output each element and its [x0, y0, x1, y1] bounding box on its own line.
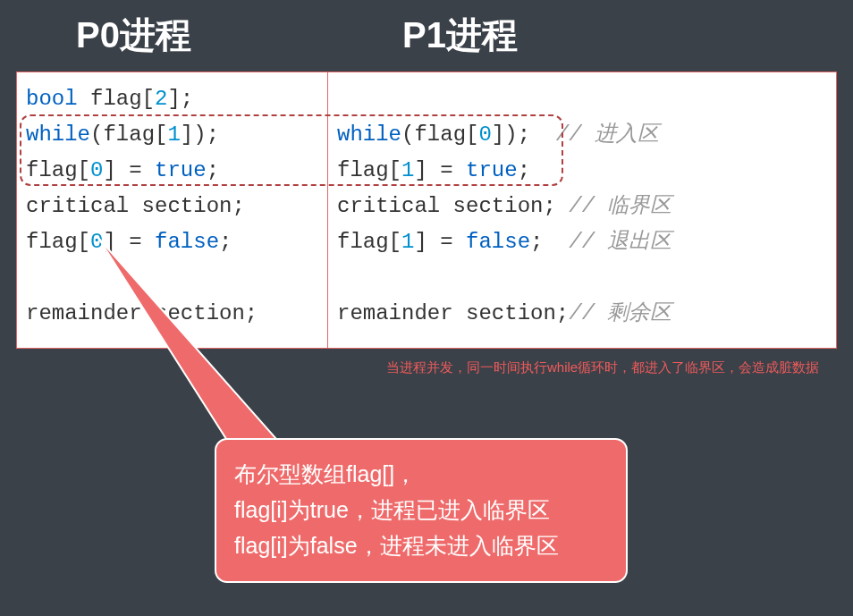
kw-while: while	[337, 122, 401, 147]
code-text: flag[	[337, 230, 401, 254]
code-text: ;	[207, 158, 219, 182]
code-text: ;	[219, 230, 232, 254]
kw-bool: bool	[26, 87, 78, 111]
code-text: critical section;	[337, 194, 556, 218]
kw-true: true	[466, 158, 518, 182]
code-text: ] =	[414, 158, 466, 182]
kw-false: false	[155, 230, 219, 254]
code-text: ]);	[492, 122, 530, 147]
code-text: (flag[	[401, 122, 478, 147]
code-text: ];	[167, 87, 193, 111]
kw-false: false	[466, 230, 530, 254]
warning-note: 当进程并发，同一时间执行while循环时，都进入了临界区，会造成脏数据	[386, 358, 842, 377]
title-p0: P0进程	[76, 11, 191, 60]
code-text: flag[	[26, 230, 90, 254]
kw-while: while	[26, 122, 90, 147]
code-text: ;	[530, 230, 543, 254]
num: 0	[90, 158, 103, 182]
code-text: ] =	[103, 158, 155, 182]
comment: // 退出区	[543, 230, 671, 254]
num: 2	[155, 87, 167, 111]
code-text: (flag[	[90, 122, 167, 147]
code-text: ] =	[103, 230, 155, 254]
comment: // 进入区	[530, 122, 659, 147]
num: 1	[167, 122, 180, 147]
num: 0	[478, 122, 491, 147]
callout-box: 布尔型数组flag[]， flag[i]为true，进程已进入临界区 flag[…	[215, 438, 628, 583]
code-text: remainder section;	[26, 301, 258, 325]
callout-line: 布尔型数组flag[]，	[234, 456, 608, 492]
code-pane-p0: bool flag[2]; while(flag[1]); flag[0] = …	[17, 72, 328, 348]
title-p1: P1进程	[402, 11, 518, 60]
callout-line: flag[i]为true，进程已进入临界区	[234, 492, 608, 527]
code-text: ;	[518, 158, 530, 182]
callout-line: flag[i]为false，进程未进入临界区	[234, 527, 608, 563]
kw-true: true	[155, 158, 207, 182]
code-text: ]);	[181, 122, 219, 147]
code-text: remainder section;	[337, 301, 569, 325]
code-text: critical section;	[26, 194, 245, 218]
code-text: flag[	[26, 158, 90, 182]
code-text: flag[	[337, 158, 401, 182]
comment: // 临界区	[556, 194, 672, 218]
code-text: ] =	[414, 230, 466, 254]
num: 1	[401, 158, 414, 182]
num: 0	[90, 230, 103, 254]
comment: // 剩余区	[569, 301, 671, 325]
code-text: flag[	[78, 87, 155, 111]
code-container: bool flag[2]; while(flag[1]); flag[0] = …	[16, 72, 837, 349]
num: 1	[401, 230, 414, 254]
code-pane-p1: while(flag[0]); // 进入区 flag[1] = true; c…	[328, 72, 836, 348]
